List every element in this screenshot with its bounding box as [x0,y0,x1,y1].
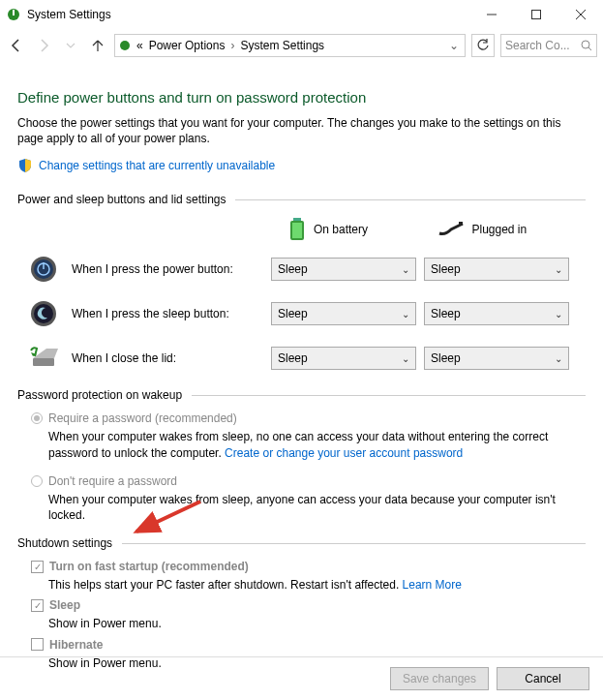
sleep-button-icon [29,299,58,328]
breadcrumb-prefix: « [135,39,145,52]
check-sleep: Sleep [31,598,586,612]
close-button[interactable] [558,0,603,29]
select-lid-plugged[interactable]: Sleep⌄ [424,347,569,370]
divider [235,199,586,200]
address-bar[interactable]: « Power Options › System Settings ⌄ [114,34,466,57]
plug-icon [437,222,465,237]
refresh-button[interactable] [471,34,495,57]
title-bar: System Settings [0,0,603,29]
col-battery-label: On battery [314,223,368,236]
forward-button[interactable] [33,35,54,56]
row-close-lid: When I close the lid: Sleep⌄ Sleep⌄ [17,344,586,373]
fast-startup-label: Turn on fast startup (recommended) [49,560,249,573]
svg-rect-3 [532,11,541,19]
section-power-buttons-title: Power and sleep buttons and lid settings [17,193,226,206]
recent-dropdown[interactable] [60,35,81,56]
save-button[interactable]: Save changes [390,667,489,690]
section-password-title: Password protection on wakeup [17,388,182,402]
svg-line-8 [588,47,591,50]
hibernate-label: Hibernate [49,638,103,652]
row-sleep-button: When I press the sleep button: Sleep⌄ Sl… [17,299,586,328]
change-settings-link[interactable]: Change settings that are currently unava… [39,159,275,172]
radio-require-password: Require a password (recommended) [31,411,586,425]
power-button-icon [29,255,58,284]
select-power-plugged[interactable]: Sleep⌄ [424,258,569,281]
row-power-label: When I press the power button: [72,262,271,276]
svg-rect-9 [293,218,301,221]
svg-rect-19 [33,358,54,366]
page-description: Choose the power settings that you want … [17,115,586,146]
svg-point-18 [34,304,53,323]
row-lid-label: When I close the lid: [72,351,271,365]
svg-point-7 [582,41,589,48]
select-lid-battery[interactable]: Sleep⌄ [271,347,416,370]
chevron-down-icon: ⌄ [555,309,562,320]
app-icon [6,7,21,22]
back-button[interactable] [6,35,27,56]
radio-icon [31,412,43,424]
select-power-battery[interactable]: Sleep⌄ [271,258,416,281]
breadcrumb-seg-2[interactable]: System Settings [238,39,326,52]
svg-rect-1 [13,10,15,15]
checkbox-icon [31,599,44,612]
divider [192,395,586,396]
learn-more-link[interactable]: Learn More [403,578,462,592]
maximize-button[interactable] [514,0,558,29]
svg-rect-12 [459,222,463,226]
check-hibernate: Hibernate [31,638,586,652]
shield-icon [17,158,33,173]
checkbox-icon [31,561,44,573]
nav-bar: « Power Options › System Settings ⌄ Sear… [0,29,603,62]
search-input[interactable]: Search Co... [500,34,597,57]
divider [0,656,603,657]
checkbox-icon [31,638,44,651]
search-icon [581,40,592,51]
address-icon [117,38,133,53]
col-plugged-label: Plugged in [472,223,528,236]
chevron-down-icon: ⌄ [402,309,409,320]
chevron-right-icon: › [228,39,236,52]
chevron-down-icon: ⌄ [555,353,562,364]
chevron-down-icon: ⌄ [402,264,409,275]
radio-icon [31,475,43,487]
chevron-down-icon[interactable]: ⌄ [445,39,463,52]
radio-no-password-label: Don't require a password [48,474,177,488]
minimize-button[interactable] [469,0,514,29]
row-power-button: When I press the power button: Sleep⌄ Sl… [17,255,586,284]
require-password-desc: When your computer wakes from sleep, no … [48,429,586,460]
cancel-button[interactable]: Cancel [497,667,589,690]
lid-icon [29,344,58,373]
svg-point-6 [120,41,130,50]
sleep-label: Sleep [49,598,80,612]
select-sleep-battery[interactable]: Sleep⌄ [271,302,416,325]
radio-no-password: Don't require a password [31,474,586,488]
row-sleep-label: When I press the sleep button: [72,307,271,320]
fast-startup-desc: This helps start your PC faster after sh… [48,577,586,593]
divider [122,543,586,544]
radio-require-password-label: Require a password (recommended) [48,411,237,425]
check-fast-startup: Turn on fast startup (recommended) [31,560,586,573]
create-password-link[interactable]: Create or change your user account passw… [225,446,463,460]
battery-icon [288,216,306,243]
sleep-desc: Show in Power menu. [48,616,586,631]
no-password-desc: When your computer wakes from sleep, any… [48,492,586,523]
section-shutdown-title: Shutdown settings [17,536,112,550]
search-placeholder: Search Co... [505,39,577,52]
chevron-down-icon: ⌄ [402,353,409,364]
window-title: System Settings [27,8,111,21]
breadcrumb-seg-1[interactable]: Power Options [147,39,227,52]
chevron-down-icon: ⌄ [555,264,562,275]
up-button[interactable] [87,35,108,56]
page-heading: Define power buttons and turn on passwor… [17,89,586,106]
svg-rect-11 [292,223,302,238]
select-sleep-plugged[interactable]: Sleep⌄ [424,302,569,325]
